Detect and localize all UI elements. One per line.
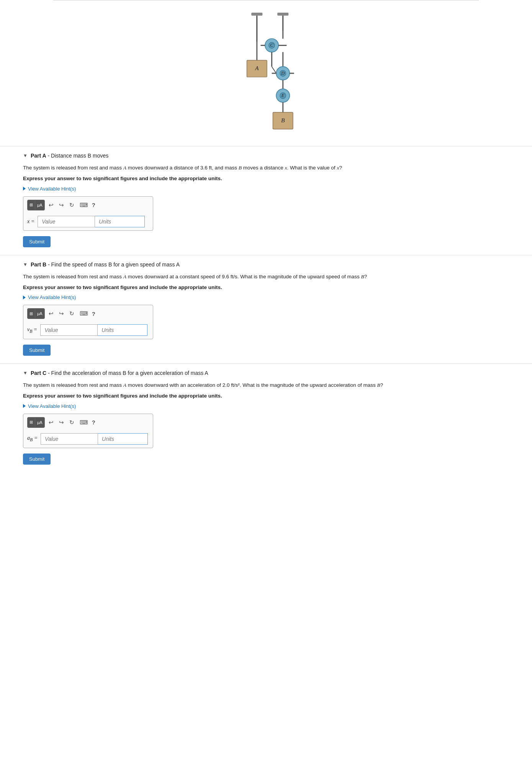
diagram-container: C D E A B: [0, 0, 532, 146]
part-c-value-input[interactable]: [41, 433, 98, 445]
part-a-section: ▼ Part A - Distance mass B moves The sys…: [0, 146, 532, 255]
part-a-header: ▼ Part A - Distance mass B moves: [23, 153, 509, 159]
svg-text:E: E: [281, 93, 284, 98]
part-a-answer-box: ⊞ μA ↩ ↪ ↻ ⌨ ? x =: [23, 196, 153, 231]
part-c-refresh-btn[interactable]: ↻: [68, 418, 76, 427]
svg-rect-0: [251, 13, 262, 16]
part-a-hint-link[interactable]: View Available Hint(s): [23, 186, 509, 192]
part-c-header: ▼ Part C - Find the acceleration of mass…: [23, 370, 509, 376]
part-b-value-input[interactable]: [40, 324, 98, 336]
part-b-refresh-btn[interactable]: ↻: [68, 309, 76, 318]
part-a-help-btn[interactable]: ?: [92, 202, 95, 208]
part-b-header: ▼ Part B - Find the speed of mass B for …: [23, 261, 509, 268]
part-b-toolbar-group: ⊞ μA: [27, 308, 45, 319]
part-b-keyboard-btn[interactable]: ⌨: [78, 309, 90, 318]
part-c-hint-link[interactable]: View Available Hint(s): [23, 403, 509, 409]
part-b-description: The system is released from rest and mas…: [23, 273, 509, 281]
part-b-submit-btn[interactable]: Submit: [23, 345, 51, 356]
part-a-input-row: x =: [27, 216, 149, 227]
part-c-collapse-arrow[interactable]: ▼: [23, 370, 28, 376]
part-c-toolbar: ⊞ μA ↩ ↪ ↻ ⌨ ?: [27, 417, 149, 430]
part-c-answer-box: ⊞ μA ↩ ↪ ↻ ⌨ ? aB =: [23, 414, 153, 448]
part-c-equation-label: aB =: [27, 435, 38, 442]
part-a-refresh-btn[interactable]: ↻: [68, 201, 76, 209]
part-c-instruction: Express your answer to two significant f…: [23, 392, 509, 400]
part-a-collapse-arrow[interactable]: ▼: [23, 153, 28, 158]
part-c-label: Part C - Find the acceleration of mass B…: [31, 370, 208, 376]
part-c-grid-btn[interactable]: ⊞: [28, 417, 35, 427]
svg-line-28: [272, 67, 276, 73]
part-b-undo-btn[interactable]: ↩: [47, 309, 55, 318]
svg-rect-1: [277, 13, 288, 16]
part-a-keyboard-btn[interactable]: ⌨: [78, 201, 90, 209]
part-c-redo-btn[interactable]: ↪: [57, 418, 65, 427]
part-b-redo-btn[interactable]: ↪: [57, 309, 65, 318]
part-b-mu-btn[interactable]: μA: [35, 309, 44, 319]
part-b-answer-box: ⊞ μA ↩ ↪ ↻ ⌨ ? vB =: [23, 305, 153, 339]
part-c-submit-btn[interactable]: Submit: [23, 454, 51, 465]
part-c-description: The system is released from rest and mas…: [23, 381, 509, 389]
part-b-toolbar: ⊞ μA ↩ ↪ ↻ ⌨ ?: [27, 308, 149, 321]
part-b-grid-btn[interactable]: ⊞: [28, 309, 35, 319]
part-c-undo-btn[interactable]: ↩: [47, 418, 55, 427]
part-b-hint-arrow: [23, 296, 26, 299]
part-a-instruction: Express your answer to two significant f…: [23, 175, 509, 182]
part-b-collapse-arrow[interactable]: ▼: [23, 262, 28, 267]
part-c-mu-btn[interactable]: μA: [35, 417, 44, 427]
part-a-mu-btn[interactable]: μA: [35, 200, 44, 210]
part-c-hint-arrow: [23, 404, 26, 408]
part-b-help-btn[interactable]: ?: [92, 311, 95, 317]
part-c-toolbar-group: ⊞ μA: [27, 417, 45, 428]
part-a-toolbar: ⊞ μA ↩ ↪ ↻ ⌨ ?: [27, 200, 149, 213]
part-b-units-input[interactable]: [98, 324, 147, 336]
part-c-section: ▼ Part C - Find the acceleration of mass…: [0, 363, 532, 472]
part-b-section: ▼ Part B - Find the speed of mass B for …: [0, 255, 532, 364]
part-b-hint-link[interactable]: View Available Hint(s): [23, 294, 509, 300]
part-b-input-row: vB =: [27, 324, 149, 336]
part-c-input-row: aB =: [27, 433, 149, 445]
svg-text:C: C: [270, 43, 273, 48]
part-a-label: Part A - Distance mass B moves: [31, 153, 108, 159]
part-a-value-input[interactable]: [38, 216, 95, 227]
part-c-help-btn[interactable]: ?: [92, 419, 95, 426]
svg-text:B: B: [281, 117, 285, 123]
part-a-units-input[interactable]: [95, 216, 145, 227]
svg-text:D: D: [281, 71, 285, 76]
pulley-diagram: C D E A B: [228, 12, 304, 138]
part-a-submit-btn[interactable]: Submit: [23, 236, 51, 247]
part-a-hint-arrow: [23, 187, 26, 191]
part-a-grid-btn[interactable]: ⊞: [28, 200, 35, 210]
part-a-toolbar-group: ⊞ μA: [27, 200, 45, 210]
part-b-instruction: Express your answer to two significant f…: [23, 284, 509, 291]
part-a-description: The system is released from rest and mas…: [23, 164, 509, 172]
part-c-keyboard-btn[interactable]: ⌨: [78, 418, 90, 427]
part-a-undo-btn[interactable]: ↩: [47, 201, 55, 209]
part-b-label: Part B - Find the speed of mass B for a …: [31, 261, 180, 268]
svg-text:A: A: [254, 65, 259, 71]
part-b-equation-label: vB =: [27, 327, 37, 334]
part-a-redo-btn[interactable]: ↪: [57, 201, 65, 209]
part-c-units-input[interactable]: [98, 433, 148, 445]
part-a-equation-label: x =: [27, 219, 34, 225]
